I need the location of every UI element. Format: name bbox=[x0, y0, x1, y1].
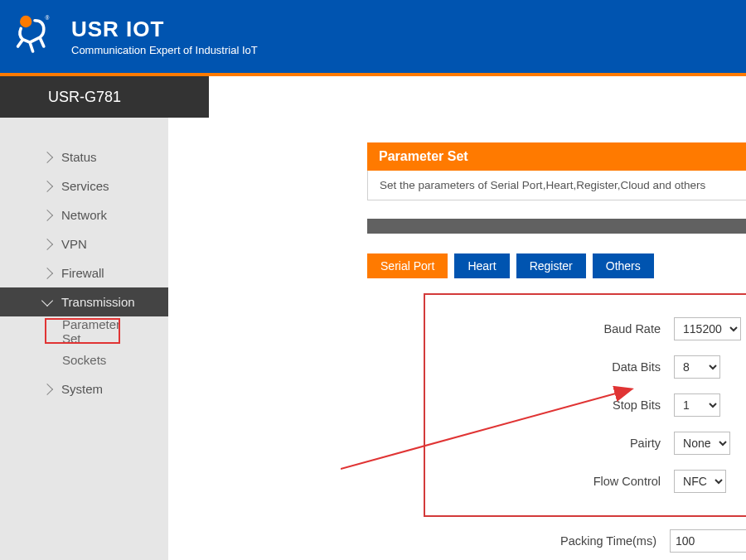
label-parity: Pairty bbox=[425, 437, 674, 450]
chevron-right-icon bbox=[41, 267, 53, 278]
panel-description-text: Set the parameters of Serial Port,Heart,… bbox=[380, 179, 705, 191]
sidebar-item-transmission[interactable]: Transmission bbox=[0, 287, 168, 316]
sidebar-subitem-sockets[interactable]: Sockets bbox=[0, 345, 168, 374]
app-header: ® USR IOT Communication Expert of Indust… bbox=[0, 0, 746, 76]
label-packing-time: Packing Time(ms) bbox=[367, 534, 670, 548]
tab-label: Register bbox=[530, 259, 573, 273]
tab-serial-port[interactable]: Serial Port bbox=[367, 253, 448, 278]
sidebar-item-label: Status bbox=[61, 150, 97, 164]
tab-heart[interactable]: Heart bbox=[454, 253, 509, 278]
svg-text:®: ® bbox=[46, 15, 50, 21]
row-parity: Pairty None bbox=[425, 424, 746, 462]
sidebar-item-label: Firewall bbox=[61, 266, 104, 280]
svg-point-0 bbox=[20, 16, 31, 27]
label-flow-control: Flow Control bbox=[425, 475, 674, 488]
label-data-bits: Data Bits bbox=[425, 360, 674, 374]
select-baud-rate[interactable]: 115200 bbox=[674, 317, 741, 340]
row-packing-time: Packing Time(ms) bbox=[367, 522, 746, 560]
sidebar-item-firewall[interactable]: Firewall bbox=[0, 258, 168, 287]
chevron-right-icon bbox=[41, 151, 53, 162]
sidebar-subitem-parameter-set[interactable]: Parameter Set bbox=[45, 318, 120, 344]
row-baud-rate: Baud Rate 115200 bbox=[425, 310, 746, 348]
chevron-right-icon bbox=[41, 238, 53, 249]
sidebar-item-system[interactable]: System bbox=[0, 374, 168, 403]
chevron-right-icon bbox=[41, 383, 53, 394]
device-name-bar: USR-G781 bbox=[0, 76, 209, 118]
section-divider bbox=[367, 219, 746, 234]
tab-label: Others bbox=[606, 259, 641, 273]
select-flow-control[interactable]: NFC bbox=[674, 470, 726, 493]
tab-label: Heart bbox=[467, 259, 496, 273]
sidebar-item-status[interactable]: Status bbox=[0, 142, 168, 171]
select-data-bits[interactable]: 8 bbox=[674, 355, 720, 379]
sidebar-item-label: Services bbox=[61, 179, 109, 193]
form-area: Baud Rate 115200 Data Bits 8 Stop Bits 1… bbox=[367, 293, 746, 560]
brand-tagline: Communication Expert of Industrial IoT bbox=[71, 44, 258, 56]
chevron-right-icon bbox=[41, 180, 53, 191]
chevron-right-icon bbox=[41, 209, 53, 220]
label-stop-bits: Stop Bits bbox=[425, 398, 674, 412]
device-name: USR-G781 bbox=[48, 89, 121, 106]
sidebar-item-label: Sockets bbox=[62, 353, 106, 367]
sidebar: Status Services Network VPN Firewall Tra… bbox=[0, 118, 168, 560]
sidebar-item-label: Network bbox=[61, 208, 107, 222]
select-stop-bits[interactable]: 1 bbox=[674, 393, 720, 417]
tab-register[interactable]: Register bbox=[516, 253, 586, 278]
panel-description: Set the parameters of Serial Port,Heart,… bbox=[367, 171, 746, 200]
panel-title-text: Parameter Set bbox=[379, 149, 468, 164]
sidebar-item-vpn[interactable]: VPN bbox=[0, 229, 168, 258]
tab-label: Serial Port bbox=[380, 259, 434, 273]
input-packing-time[interactable] bbox=[670, 529, 746, 553]
row-flow-control: Flow Control NFC bbox=[425, 462, 746, 500]
select-parity[interactable]: None bbox=[674, 432, 730, 455]
sidebar-item-services[interactable]: Services bbox=[0, 171, 168, 200]
row-stop-bits: Stop Bits 1 bbox=[425, 386, 746, 424]
sidebar-item-network[interactable]: Network bbox=[0, 200, 168, 229]
tab-bar: Serial Port Heart Register Others bbox=[367, 253, 746, 278]
sidebar-item-label: System bbox=[61, 382, 103, 396]
brand-title: USR IOT bbox=[71, 17, 258, 42]
sidebar-item-label: Transmission bbox=[61, 295, 135, 309]
sidebar-item-label: VPN bbox=[61, 237, 87, 251]
brand-logo-icon: ® bbox=[10, 12, 60, 61]
main-content: Parameter Set Set the parameters of Seri… bbox=[168, 118, 746, 560]
sidebar-item-label: Parameter Set bbox=[62, 317, 120, 345]
panel-title: Parameter Set bbox=[367, 142, 746, 171]
label-baud-rate: Baud Rate bbox=[425, 322, 674, 336]
highlighted-form-group: Baud Rate 115200 Data Bits 8 Stop Bits 1… bbox=[424, 293, 746, 517]
row-data-bits: Data Bits 8 bbox=[425, 348, 746, 386]
tab-others[interactable]: Others bbox=[593, 253, 654, 278]
brand-block: ® USR IOT Communication Expert of Indust… bbox=[10, 12, 258, 61]
chevron-down-icon bbox=[41, 294, 53, 306]
